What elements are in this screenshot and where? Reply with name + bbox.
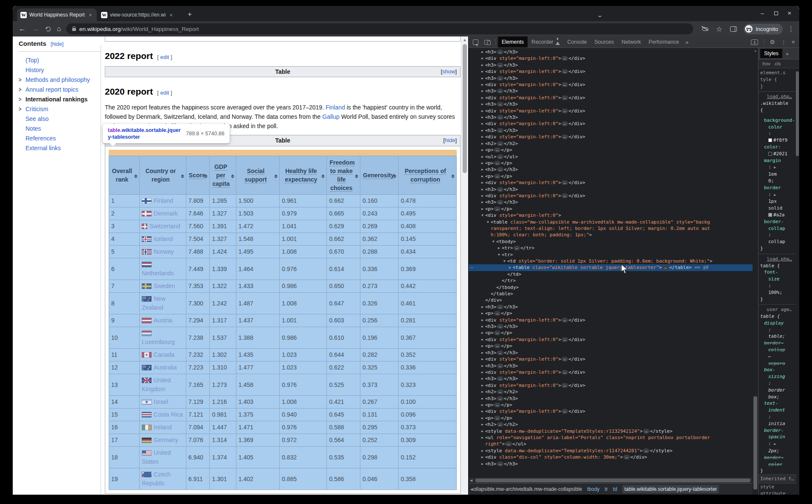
page-scrollbar[interactable]: ▲ (461, 36, 468, 495)
sidebar-item-criticism[interactable]: >Criticism (19, 104, 101, 114)
devtools-close-icon[interactable]: × (792, 39, 795, 45)
sidebar-item-references[interactable]: References (19, 133, 101, 143)
styles-filter-cls[interactable]: .cls (774, 61, 781, 66)
chevron-right-icon[interactable]: > (19, 96, 25, 103)
devtools-tree-line[interactable]: ▶<div style="margin-left:0">…</div> (469, 120, 753, 127)
devtools-tree-line[interactable]: ▶<p>…</p> (469, 343, 753, 349)
country-link[interactable]: Switzerland (149, 223, 180, 230)
tab-search-chevron-icon[interactable]: ⌄ (596, 12, 603, 18)
home-icon[interactable]: ⌂ (57, 25, 61, 33)
devtools-tree-line[interactable]: ▶<div style="margin-left:0">…</div> (469, 193, 753, 199)
devtools-tree-line[interactable]: ▶<h3>…</h3> (469, 166, 753, 173)
column-header[interactable]: Score (186, 156, 210, 195)
tree-scrollbar-thumb[interactable] (753, 396, 757, 490)
devtools-tab-console[interactable]: Console (564, 36, 591, 48)
devtools-tree-line[interactable]: ▶<div style="margin-left:0">…</div> (469, 336, 753, 343)
devtools-tree-line[interactable]: ▼<div style="margin-left:0"> (469, 212, 753, 218)
devtools-tree-line[interactable]: ▶<h3>…</h3> (469, 199, 753, 205)
devtools-tree-line[interactable]: ▶<h3>…</h3> (469, 75, 753, 81)
new-tab-button[interactable]: + (185, 9, 195, 20)
breadcrumb-item[interactable]: tbody (587, 486, 599, 492)
devtools-tree-line[interactable]: ▶<h3>…</h3> (469, 304, 753, 310)
toc-hide-link[interactable]: [hide] (51, 41, 64, 47)
window-close-button[interactable]: × (783, 6, 796, 20)
devtools-tree-line[interactable]: ▶<p>…</p> (469, 147, 753, 153)
devtools-tree-line[interactable]: ▶<h3>…</h3> (469, 49, 753, 55)
sidebar-item--top-[interactable]: (Top) (19, 55, 101, 65)
devtools-tab-sources[interactable]: Sources (590, 36, 618, 48)
country-link[interactable]: Sweden (154, 283, 175, 289)
toc-link[interactable]: External links (25, 145, 61, 151)
edit-link-2022[interactable]: edit (160, 54, 169, 60)
sort-arrows-icon[interactable] (274, 172, 278, 180)
edit-link-2020[interactable]: edit (160, 90, 169, 96)
devtools-tree-line[interactable]: ▼<td style="border: solid 1px Silver; pa… (469, 258, 753, 264)
more-tabs-icon[interactable]: » (686, 39, 688, 45)
devtools-tree-line[interactable]: ▶<style data-mw-deduplicate="TemplateSty… (469, 428, 753, 434)
devtools-tree-line[interactable]: ▶<h3>…</h3> (469, 62, 753, 68)
styles-more-tabs-icon[interactable]: » (786, 50, 789, 57)
sort-arrows-icon[interactable] (181, 172, 184, 180)
browser-tab[interactable]: WWorld Happiness Report - Wik× (17, 8, 97, 21)
country-link[interactable]: Luxembourg (142, 339, 175, 345)
column-header[interactable]: Country or region (140, 156, 186, 195)
chevron-right-icon[interactable]: > (19, 86, 25, 93)
window-minimize-button[interactable]: – (756, 6, 769, 20)
devtools-tree-line[interactable]: </tr> (469, 277, 753, 284)
country-link[interactable]: Denmark (154, 210, 178, 217)
sidebar-item-methods-and-philosophy[interactable]: >Methods and philosophy (19, 75, 101, 84)
styles-scrollbar-thumb[interactable] (796, 71, 799, 156)
devtools-tree-line[interactable]: ▶<p>…</p> (469, 415, 753, 421)
sidebar-item-external-links[interactable]: External links (19, 143, 101, 153)
column-header[interactable]: Social support (236, 156, 279, 195)
toc-link[interactable]: History (25, 67, 44, 73)
toc-link[interactable]: Annual report topics (25, 86, 79, 93)
sort-arrows-icon[interactable] (231, 172, 234, 180)
country-link[interactable]: Canada (154, 351, 174, 358)
devtools-tab-performance[interactable]: Performance (645, 36, 683, 48)
devtools-tree-line[interactable]: ▶<h3>…</h3> (469, 88, 753, 94)
sidebar-item-international-rankings[interactable]: >International rankings (19, 94, 101, 104)
tree-horizontal-scrollbar[interactable]: ◀ (469, 478, 753, 483)
devtools-tree-line[interactable]: ▶<div style="margin-left:0">…</div> (469, 95, 753, 101)
stylesheet-link[interactable]: load.php… (767, 256, 792, 262)
country-link[interactable]: Germany (154, 437, 178, 443)
bookmark-star-icon[interactable]: ☆ (716, 25, 722, 33)
sort-arrows-icon[interactable] (134, 172, 138, 180)
devtools-tree-line[interactable]: h:100%; clear: both; padding: 1px;"> (469, 232, 753, 238)
column-header[interactable]: Overall rank (109, 156, 140, 195)
styles-filter-hov[interactable]: :hov (761, 61, 770, 66)
devtools-tree-line[interactable]: ▶<p>…</p> (469, 160, 753, 166)
country-link[interactable]: Australia (154, 364, 177, 371)
chevron-right-icon[interactable]: > (19, 76, 25, 83)
column-header[interactable]: Perceptions of corruption (399, 156, 457, 195)
tab-styles[interactable]: Styles (760, 49, 782, 58)
sidebar-item-history[interactable]: History (19, 65, 101, 75)
devtools-menu-icon[interactable]: ⋮ (781, 39, 787, 45)
sidebar-item-see-also[interactable]: See also (19, 114, 101, 123)
selected-tree-node[interactable]: ⋯▶<table class="wikitable sortable jquer… (469, 264, 753, 271)
country-link[interactable]: Finland (154, 197, 173, 204)
sidebar-item-notes[interactable]: Notes (19, 123, 101, 133)
country-link[interactable]: Iceland (154, 235, 173, 242)
scroll-up-arrow-icon[interactable]: ▲ (753, 49, 758, 53)
toc-link[interactable]: Criticism (25, 106, 48, 112)
devtools-tree-line[interactable]: ▶<div style="margin-left:0">…</div> (469, 356, 753, 362)
tab-close-icon[interactable]: × (168, 12, 174, 18)
back-icon[interactable]: ← (19, 25, 26, 33)
sort-arrows-icon[interactable] (355, 172, 358, 180)
devtools-tree-line[interactable]: ▶<h3>…</h3> (469, 363, 753, 369)
devtools-tree-line[interactable]: ▶<h3>…</h3> (469, 114, 753, 120)
column-header[interactable]: Freedom to make life choices (327, 156, 360, 195)
devtools-tab-network[interactable]: Network (618, 36, 645, 48)
devtools-tree-line[interactable]: ▶<p>…</p> (469, 173, 753, 179)
devtools-tree-line[interactable]: ▶<style data-mw-deduplicate="TemplateSty… (469, 448, 753, 454)
scroll-up-arrow-icon[interactable]: ▲ (461, 38, 468, 42)
devtools-tree-line[interactable]: ▶<div style="margin-left:0">…</div> (469, 408, 753, 414)
devtools-tree-line[interactable]: ▶<ul>…</ul> (469, 154, 753, 160)
devtools-tree-line[interactable]: ▶<h3>…</h3> (469, 101, 753, 107)
browser-tab[interactable]: Wview-source:https://en.wikipe× (98, 8, 177, 21)
issues-badge[interactable]: 1 (751, 39, 758, 45)
scroll-left-arrow-icon[interactable]: ◀ (470, 479, 472, 482)
devtools-tree-line[interactable]: ▶<h3>…</h3> (469, 127, 753, 134)
